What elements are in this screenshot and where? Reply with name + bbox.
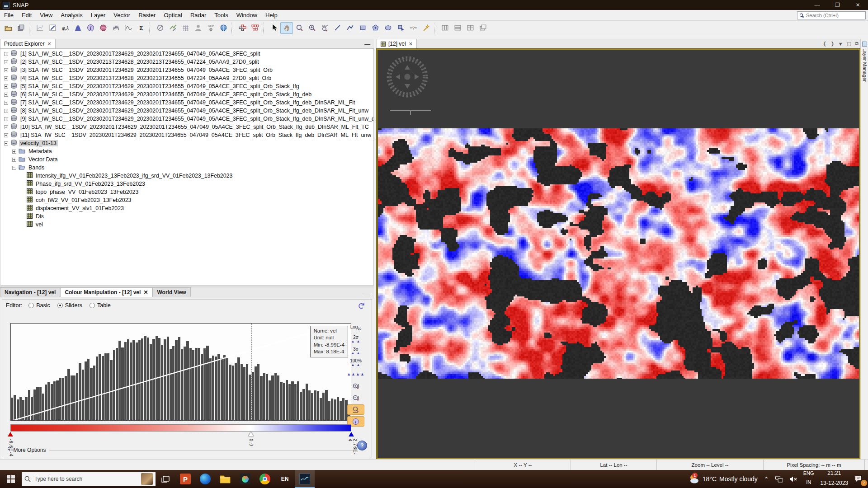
clock[interactable]: 21:21 13-12-2023 xyxy=(817,470,851,488)
tree-row[interactable]: Vector Data xyxy=(0,155,373,164)
maximize-button[interactable]: ❐ xyxy=(827,0,848,10)
hist-100%-button[interactable]: 100%▲ ▲ xyxy=(347,357,364,368)
tree-row[interactable]: displacement_VV_slv1_01Feb2023 xyxy=(0,204,373,212)
graph-builder-icon[interactable] xyxy=(236,22,249,34)
world-map-icon[interactable] xyxy=(97,22,109,34)
menu-window[interactable]: Window xyxy=(232,10,261,20)
close-icon[interactable]: ✕ xyxy=(409,41,413,47)
no-data-mask-icon[interactable] xyxy=(154,22,166,34)
histogram-box[interactable]: Name: vel Unit: null Min: -8.99E-4 Max: … xyxy=(10,323,351,421)
tree-row[interactable]: [3] S1A_IW_SLC__1SDV_20230201T234629_202… xyxy=(0,66,373,74)
zoom-tool-icon[interactable] xyxy=(293,22,306,34)
draw-pencil-icon[interactable] xyxy=(46,22,59,34)
tree-item-label[interactable]: [7] S1A_IW_SLC__1SDV_20230201T234629_202… xyxy=(19,99,357,106)
tree-item-label[interactable]: topo_phase_VV_01Feb2023_13Feb2023 xyxy=(34,189,140,195)
tab-list-dropdown-icon[interactable]: ▼ xyxy=(838,41,843,47)
expand-icon[interactable] xyxy=(4,93,8,97)
taskbar-app-language-en[interactable]: EN xyxy=(275,470,295,488)
zoom-horizontal-button[interactable] xyxy=(347,404,364,415)
rectangle-tool-icon[interactable] xyxy=(356,22,369,34)
taskbar-app-chrome[interactable] xyxy=(255,470,275,488)
tree-row[interactable]: Bands xyxy=(0,164,373,172)
wand-tool-icon[interactable] xyxy=(420,22,432,34)
close-icon[interactable]: ✕ xyxy=(47,41,51,47)
reset-to-defaults-icon[interactable]: ↻ xyxy=(356,302,367,310)
tree-item-label[interactable]: [9] S1A_IW_SLC__1SDV_20230201T234629_202… xyxy=(19,116,374,122)
hist-3σ-button[interactable]: 3σ▲ ▲ xyxy=(347,346,364,356)
quick-search-input[interactable]: Search (Ctrl+I) xyxy=(797,11,866,19)
collapse-icon[interactable] xyxy=(12,166,16,170)
tree-item-label[interactable]: [8] S1A_IW_SLC__1SDV_20230201T234629_202… xyxy=(19,108,370,114)
menu-analysis[interactable]: Analysis xyxy=(57,10,86,20)
expand-icon[interactable] xyxy=(4,133,8,137)
menu-radar[interactable]: Radar xyxy=(186,10,210,20)
navigation-compass-control[interactable] xyxy=(384,53,431,100)
zoom-in-vertical-button[interactable] xyxy=(347,381,364,391)
tree-row[interactable]: Dis xyxy=(0,212,373,221)
action-center-button[interactable]: 7 xyxy=(851,470,868,488)
tree-item-label[interactable]: Metadata xyxy=(27,148,53,155)
profile-plot-icon[interactable] xyxy=(122,22,135,34)
spectrum-view-icon[interactable] xyxy=(109,22,122,34)
tree-row[interactable]: Metadata xyxy=(0,147,373,155)
tree-item-label[interactable]: coh_IW2_VV_01Feb2023_13Feb2023 xyxy=(34,197,133,203)
tree-row[interactable]: [1] S1A_IW_SLC__1SDV_20230201T234629_202… xyxy=(0,50,373,58)
expand-icon[interactable] xyxy=(12,150,16,154)
tree-item-label[interactable]: [4] S1A_IW_SLC__1SDV_20230213T234628_202… xyxy=(19,75,273,81)
polyline-tool-icon[interactable] xyxy=(344,22,356,34)
scatter-plot-icon[interactable] xyxy=(33,22,46,34)
line-tool-icon[interactable] xyxy=(331,22,344,34)
zero-slider-handle[interactable] xyxy=(248,432,254,436)
editor-radio-basic[interactable]: Basic xyxy=(28,302,50,309)
float-view-icon[interactable]: ⧉ xyxy=(855,41,859,47)
expand-icon[interactable] xyxy=(4,101,8,105)
menu-tools[interactable]: Tools xyxy=(210,10,232,20)
close-button[interactable]: ✕ xyxy=(848,0,868,10)
tree-row[interactable]: [10] S1A_IW_SLC__1SDV_20230201T234629_20… xyxy=(0,123,373,131)
scroll-right-icon[interactable]: ❭ xyxy=(830,41,835,47)
expand-icon[interactable] xyxy=(4,60,8,64)
expand-icon[interactable] xyxy=(4,125,8,129)
minimize-button[interactable]: — xyxy=(807,0,827,10)
min-slider-handle[interactable] xyxy=(8,432,13,436)
tree-row[interactable]: Intensity_ifg_VV_01Feb2023_13Feb2023_ifg… xyxy=(0,172,373,180)
tree-item-label[interactable]: Intensity_ifg_VV_01Feb2023_13Feb2023_ifg… xyxy=(34,173,234,179)
weather-widget[interactable]: 1 18°C Mostly cloudy xyxy=(685,470,761,488)
gcp-insert-tool-icon[interactable]: GCP xyxy=(318,22,331,34)
language-indicator[interactable]: ENG IN xyxy=(800,470,817,488)
minimize-panel-icon[interactable]: — xyxy=(364,41,370,47)
gcp-manager-icon[interactable] xyxy=(192,22,204,34)
menu-raster[interactable]: Raster xyxy=(134,10,160,20)
tree-row[interactable]: [7] S1A_IW_SLC__1SDV_20230201T234629_202… xyxy=(0,99,373,107)
tree-row[interactable]: [2] S1A_IW_SLC__1SDV_20230213T234628_202… xyxy=(0,58,373,66)
export-view-icon[interactable] xyxy=(166,22,179,34)
expand-icon[interactable] xyxy=(4,52,8,56)
tree-row[interactable]: Phase_ifg_srd_VV_01Feb2023_13Feb2023 xyxy=(0,180,373,188)
measurement-tool-icon[interactable]: +?+ xyxy=(407,22,420,34)
taskbar-search-input[interactable]: Type here to search xyxy=(22,472,156,486)
statistics-sigma-icon[interactable]: Σ xyxy=(135,22,147,34)
expand-icon[interactable] xyxy=(4,84,8,89)
tree-item-label[interactable]: Phase_ifg_srd_VV_01Feb2023_13Feb2023 xyxy=(34,181,146,187)
volume-muted-icon[interactable] xyxy=(786,470,800,488)
menu-edit[interactable]: Edit xyxy=(18,10,36,20)
menu-help[interactable]: Help xyxy=(261,10,282,20)
editor-radio-sliders[interactable]: Sliders xyxy=(57,302,82,309)
minimize-panel-icon[interactable]: — xyxy=(364,289,370,296)
distribute-sliders-button[interactable]: ▲▲▲▲ xyxy=(347,369,364,380)
menu-layer[interactable]: Layer xyxy=(87,10,110,20)
taskbar-app-powerpoint[interactable]: P xyxy=(175,470,195,488)
menu-vector[interactable]: Vector xyxy=(109,10,134,20)
expand-icon[interactable] xyxy=(12,158,16,162)
tree-item-label[interactable]: [6] S1A_IW_SLC__1SDV_20230201T234629_202… xyxy=(19,91,313,98)
expand-icon[interactable] xyxy=(4,109,8,113)
tree-row[interactable]: coh_IW2_VV_01Feb2023_13Feb2023 xyxy=(0,196,373,204)
menu-view[interactable]: View xyxy=(36,10,57,20)
maximize-view-icon[interactable]: ▢ xyxy=(847,41,851,47)
pan-tool-icon[interactable] xyxy=(280,22,293,34)
colour-ramp[interactable] xyxy=(10,424,351,432)
histogram-icon[interactable] xyxy=(71,22,84,34)
scroll-left-icon[interactable]: ❬ xyxy=(822,41,826,47)
tree-row[interactable]: [11] S1A_IW_SLC__1SDV_20230201T234629_20… xyxy=(0,131,373,139)
tree-row[interactable]: velocity_01-13 xyxy=(0,139,373,147)
